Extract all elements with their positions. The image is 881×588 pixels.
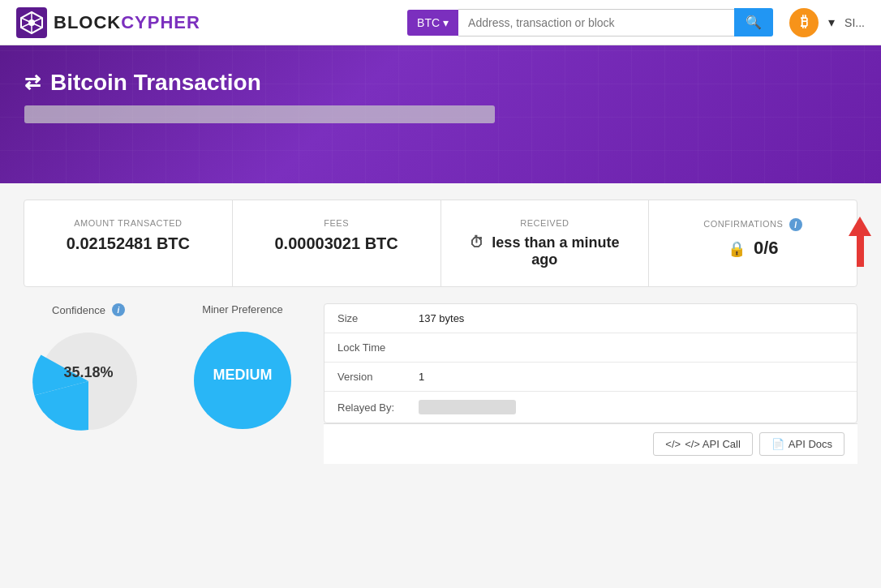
detail-row-size: Size 137 bytes: [324, 304, 857, 333]
confidence-label: Confidence i: [24, 303, 153, 316]
detail-key-locktime: Lock Time: [337, 341, 419, 354]
confidence-value: 35.18%: [63, 364, 113, 381]
header-right: ₿ ▾ SI...: [789, 8, 865, 37]
miner-pie: MEDIUM: [186, 324, 299, 437]
page-title: Bitcoin Transaction: [50, 70, 261, 96]
confidence-pie: 35.18%: [32, 324, 145, 438]
amount-value: 0.02152481 BTC: [44, 234, 213, 253]
signin-link[interactable]: SI...: [844, 16, 865, 29]
confidence-pie-svg: [32, 324, 145, 438]
confirmations-stat: CONFIRMATIONS i 🔒 0/6: [649, 200, 857, 286]
confidence-chart: Confidence i 35.18%: [24, 303, 153, 438]
search-input[interactable]: [458, 9, 734, 36]
fees-stat: FEES 0.00003021 BTC: [233, 200, 441, 286]
fees-value: 0.00003021 BTC: [252, 234, 421, 253]
charts-area: Confidence i 35.18%: [24, 303, 307, 438]
miner-value: MEDIUM: [213, 367, 273, 384]
detail-row-locktime: Lock Time: [324, 333, 857, 363]
detail-val-version: 1: [419, 371, 844, 383]
detail-val-relayed: [419, 400, 844, 414]
bottom-section: Confidence i 35.18%: [24, 303, 857, 464]
detail-key-size: Size: [337, 312, 419, 324]
hash-bar: [24, 105, 495, 123]
details-table: Size 137 bytes Lock Time Version 1 Relay…: [324, 303, 857, 423]
chevron-down-icon: ▾: [443, 16, 449, 29]
logo-text: BLOCKCYPHER: [54, 12, 200, 33]
action-buttons: </> </> API Call 📄 API Docs: [324, 423, 857, 464]
main-content: AMOUNT TRANSACTED 0.02152481 BTC FEES 0.…: [11, 183, 870, 480]
api-docs-button[interactable]: 📄 API Docs: [759, 432, 844, 456]
detail-row-version: Version 1: [324, 363, 857, 392]
search-bar: BTC ▾ 🔍: [407, 8, 773, 36]
detail-val-size: 137 bytes: [419, 312, 844, 324]
confirmations-info-icon[interactable]: i: [789, 218, 802, 231]
hero-banner: ⇄ Bitcoin Transaction: [0, 45, 881, 183]
received-value: ⏱ less than a minute ago: [461, 234, 630, 268]
bitcoin-avatar: ₿: [789, 8, 819, 37]
received-stat: RECEIVED ⏱ less than a minute ago: [441, 200, 650, 286]
detail-row-relayed: Relayed By:: [324, 392, 857, 423]
confidence-info-icon[interactable]: i: [112, 303, 125, 316]
amount-label: AMOUNT TRANSACTED: [44, 218, 213, 228]
dropdown-arrow[interactable]: ▾: [828, 15, 835, 30]
transfer-icon: ⇄: [24, 71, 41, 94]
up-arrow-icon: [849, 217, 871, 236]
clock-icon: ⏱: [470, 234, 484, 251]
network-dropdown[interactable]: BTC ▾: [407, 10, 458, 36]
details-area: Size 137 bytes Lock Time Version 1 Relay…: [324, 303, 857, 464]
header: BLOCKCYPHER BTC ▾ 🔍 ₿ ▾ SI...: [0, 0, 881, 45]
confirmations-value: 🔒 0/6: [668, 238, 837, 259]
arrow-shaft: [857, 236, 864, 267]
doc-icon: 📄: [771, 438, 784, 450]
confirmations-label: CONFIRMATIONS i: [668, 218, 837, 231]
api-call-button[interactable]: </> </> API Call: [653, 432, 752, 456]
miner-chart: Miner Preference MEDIUM: [178, 303, 307, 438]
svg-point-1: [28, 19, 35, 26]
logo: BLOCKCYPHER: [16, 7, 200, 38]
detail-key-version: Version: [337, 371, 419, 383]
lock-icon: 🔒: [728, 241, 746, 257]
code-icon: </>: [665, 438, 681, 450]
fees-label: FEES: [252, 218, 421, 228]
hero-hash: [24, 105, 857, 123]
miner-label: Miner Preference: [178, 303, 307, 315]
stats-row: AMOUNT TRANSACTED 0.02152481 BTC FEES 0.…: [24, 200, 857, 287]
hero-title: ⇄ Bitcoin Transaction: [24, 70, 857, 96]
detail-key-relayed: Relayed By:: [337, 401, 419, 414]
received-label: RECEIVED: [461, 218, 630, 228]
search-button[interactable]: 🔍: [734, 8, 773, 36]
relayed-bar: [419, 400, 516, 414]
logo-icon: [16, 7, 47, 38]
amount-stat: AMOUNT TRANSACTED 0.02152481 BTC: [24, 200, 233, 286]
